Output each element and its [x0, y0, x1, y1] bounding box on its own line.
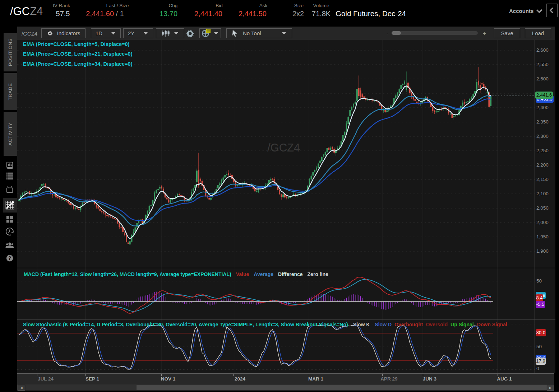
svg-text:?: ?	[8, 256, 11, 261]
